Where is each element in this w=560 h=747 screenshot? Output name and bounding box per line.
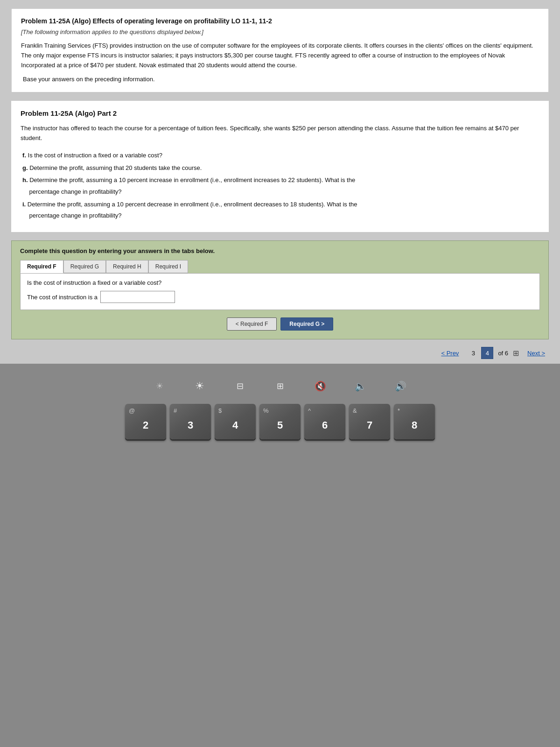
nav-row-inner: < Required F Required G > xyxy=(20,317,540,331)
tab-required-h[interactable]: Required H xyxy=(106,260,148,273)
key-7-symbol: & xyxy=(353,407,357,414)
grid-icon[interactable]: ⊞ xyxy=(513,349,519,358)
key-6-symbol: ^ xyxy=(308,407,311,414)
question-h: h. Determine the profit, assuming a 10 p… xyxy=(22,175,539,197)
launchpad-icon[interactable]: ⊞ xyxy=(272,378,288,395)
page-navigation: < Prev 3 4 of 6 ⊞ Next > xyxy=(11,347,549,364)
prev-required-f-button[interactable]: < Required F xyxy=(227,317,277,331)
key-5[interactable]: % 5 xyxy=(259,404,301,439)
tabs-row: Required F Required G Required H Require… xyxy=(20,260,540,273)
key-8[interactable]: * 8 xyxy=(394,404,435,439)
page-numbers: 3 4 xyxy=(467,347,493,359)
page-4[interactable]: 4 xyxy=(481,347,493,359)
answer-label: The cost of instruction is a xyxy=(27,294,98,301)
number-key-row: @ 2 # 3 $ 4 % 5 ^ 6 & 7 * 8 xyxy=(9,404,551,439)
keyboard-area: ☀ ☀ ⊟ ⊞ 🔇 🔈 🔊 @ 2 # 3 $ 4 % 5 ^ 6 & xyxy=(0,364,560,747)
media-function-row: ☀ ☀ ⊟ ⊞ 🔇 🔈 🔊 xyxy=(9,378,551,395)
key-2-number: 2 xyxy=(143,419,148,431)
complete-instruction: Complete this question by entering your … xyxy=(20,247,540,254)
base-note: Base your answers on the preceding infor… xyxy=(21,76,539,83)
key-4-symbol: $ xyxy=(218,407,222,414)
answer-row: The cost of instruction is a xyxy=(27,291,533,303)
part2-intro: The instructor has offered to teach the … xyxy=(21,124,539,143)
key-2[interactable]: @ 2 xyxy=(125,404,166,439)
media-mute-icon[interactable]: 🔇 xyxy=(312,378,329,395)
key-3-number: 3 xyxy=(188,419,193,431)
key-4[interactable]: $ 4 xyxy=(215,404,256,439)
brightness-high-icon[interactable]: ☀ xyxy=(191,378,208,395)
media-vol-down-icon[interactable]: 🔈 xyxy=(352,378,369,395)
part2-section: Problem 11-25A (Algo) Part 2 The instruc… xyxy=(11,101,549,232)
tab-required-g[interactable]: Required G xyxy=(63,260,106,273)
key-8-symbol: * xyxy=(398,407,400,414)
key-5-symbol: % xyxy=(263,407,269,414)
problem-title: Problem 11-25A (Algo) Effects of operati… xyxy=(21,17,539,25)
mission-control-icon[interactable]: ⊟ xyxy=(231,378,248,395)
key-5-number: 5 xyxy=(277,419,283,431)
question-g: g. Determine the profit, assuming that 2… xyxy=(22,162,539,174)
key-7[interactable]: & 7 xyxy=(349,404,390,439)
tab-required-f[interactable]: Required F xyxy=(20,260,63,273)
key-7-number: 7 xyxy=(367,419,372,431)
problem-body-text: Franklin Training Services (FTS) provide… xyxy=(21,41,539,70)
panel-question-text: Is the cost of instruction a fixed or a … xyxy=(27,279,533,286)
page-3[interactable]: 3 xyxy=(467,347,479,359)
next-required-g-button[interactable]: Required G > xyxy=(280,317,333,331)
of-label: of 6 xyxy=(498,350,508,357)
answer-input[interactable] xyxy=(100,291,175,303)
key-3-symbol: # xyxy=(174,407,177,414)
key-2-symbol: @ xyxy=(129,407,135,414)
part2-title: Problem 11-25A (Algo) Part 2 xyxy=(21,109,539,117)
question-f: f. Is the cost of instruction a fixed or… xyxy=(22,150,539,162)
key-6-number: 6 xyxy=(322,419,328,431)
problem-subtitle: [The following information applies to th… xyxy=(21,28,539,35)
question-i: i. Determine the profit, assuming a 10 p… xyxy=(22,199,539,222)
tab-required-i[interactable]: Required I xyxy=(148,260,188,273)
complete-box: Complete this question by entering your … xyxy=(11,240,549,339)
key-3[interactable]: # 3 xyxy=(170,404,211,439)
key-8-number: 8 xyxy=(412,419,417,431)
media-vol-up-icon[interactable]: 🔊 xyxy=(392,378,409,395)
question-panel: Is the cost of instruction a fixed or a … xyxy=(20,273,540,310)
key-6[interactable]: ^ 6 xyxy=(304,404,345,439)
questions-list: f. Is the cost of instruction a fixed or… xyxy=(21,150,539,222)
prev-button[interactable]: < Prev xyxy=(437,348,462,359)
next-button[interactable]: Next > xyxy=(524,348,549,359)
brightness-low-icon[interactable]: ☀ xyxy=(151,378,168,395)
key-4-number: 4 xyxy=(232,419,238,431)
problem-info-box: Problem 11-25A (Algo) Effects of operati… xyxy=(11,8,549,92)
